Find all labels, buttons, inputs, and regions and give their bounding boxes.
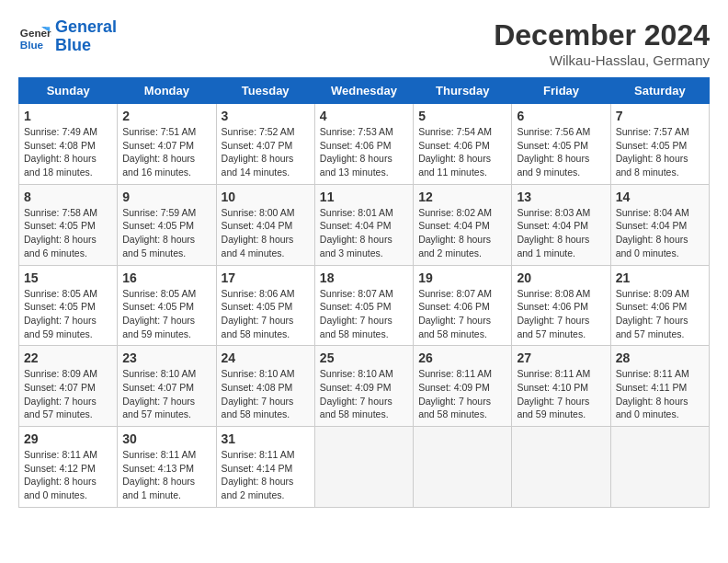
day-number: 11 — [320, 190, 408, 204]
day-cell: 9Sunrise: 7:59 AMSunset: 4:05 PMDaylight… — [118, 184, 216, 265]
day-detail: Sunrise: 7:52 AMSunset: 4:07 PMDaylight:… — [222, 125, 310, 179]
day-cell: 8Sunrise: 7:58 AMSunset: 4:05 PMDaylight… — [19, 184, 118, 265]
day-number: 25 — [320, 350, 408, 365]
day-detail: Sunrise: 8:09 AMSunset: 4:06 PMDaylight:… — [616, 287, 704, 341]
day-number: 12 — [418, 190, 506, 204]
day-detail: Sunrise: 8:02 AMSunset: 4:04 PMDaylight:… — [418, 206, 506, 260]
day-detail: Sunrise: 8:10 AMSunset: 4:07 PMDaylight:… — [122, 367, 210, 421]
day-cell: 27Sunrise: 8:11 AMSunset: 4:10 PMDayligh… — [512, 346, 610, 427]
day-number: 5 — [418, 109, 506, 123]
day-cell: 30Sunrise: 8:11 AMSunset: 4:13 PMDayligh… — [118, 427, 216, 508]
day-cell: 20Sunrise: 8:08 AMSunset: 4:06 PMDayligh… — [512, 265, 610, 346]
day-detail: Sunrise: 7:57 AMSunset: 4:05 PMDaylight:… — [616, 125, 704, 179]
col-header-tuesday: Tuesday — [216, 78, 314, 104]
week-row-3: 15Sunrise: 8:05 AMSunset: 4:05 PMDayligh… — [19, 265, 710, 346]
logo-icon: General Blue — [18, 20, 51, 53]
day-detail: Sunrise: 8:05 AMSunset: 4:05 PMDaylight:… — [24, 287, 112, 341]
day-number: 7 — [616, 109, 704, 123]
day-cell: 25Sunrise: 8:10 AMSunset: 4:09 PMDayligh… — [314, 346, 413, 427]
day-cell — [314, 427, 413, 508]
day-number: 26 — [418, 350, 506, 365]
col-header-monday: Monday — [118, 78, 216, 104]
day-detail: Sunrise: 8:11 AMSunset: 4:10 PMDaylight:… — [517, 367, 605, 421]
day-number: 9 — [122, 190, 210, 204]
day-cell — [512, 427, 610, 508]
day-cell: 29Sunrise: 8:11 AMSunset: 4:12 PMDayligh… — [19, 427, 118, 508]
title-block: December 2024 Wilkau-Hasslau, Germany — [494, 18, 710, 68]
day-number: 19 — [418, 270, 506, 285]
day-detail: Sunrise: 8:09 AMSunset: 4:07 PMDaylight:… — [24, 367, 112, 421]
day-detail: Sunrise: 7:56 AMSunset: 4:05 PMDaylight:… — [517, 125, 605, 179]
logo: General Blue General Blue — [18, 18, 117, 55]
day-cell: 3Sunrise: 7:52 AMSunset: 4:07 PMDaylight… — [216, 104, 314, 185]
day-cell — [610, 427, 709, 508]
day-cell: 19Sunrise: 8:07 AMSunset: 4:06 PMDayligh… — [414, 265, 512, 346]
day-cell: 2Sunrise: 7:51 AMSunset: 4:07 PMDaylight… — [118, 104, 216, 185]
day-cell: 18Sunrise: 8:07 AMSunset: 4:05 PMDayligh… — [314, 265, 413, 346]
day-cell: 26Sunrise: 8:11 AMSunset: 4:09 PMDayligh… — [414, 346, 512, 427]
day-detail: Sunrise: 8:10 AMSunset: 4:08 PMDaylight:… — [222, 367, 310, 421]
logo-wordmark: General Blue — [55, 18, 117, 55]
day-cell: 4Sunrise: 7:53 AMSunset: 4:06 PMDaylight… — [314, 104, 413, 185]
week-row-5: 29Sunrise: 8:11 AMSunset: 4:12 PMDayligh… — [19, 427, 710, 508]
header-row: SundayMondayTuesdayWednesdayThursdayFrid… — [19, 78, 710, 104]
day-detail: Sunrise: 7:58 AMSunset: 4:05 PMDaylight:… — [24, 206, 112, 260]
day-number: 8 — [24, 190, 112, 204]
day-detail: Sunrise: 8:11 AMSunset: 4:13 PMDaylight:… — [122, 448, 210, 502]
day-number: 22 — [24, 350, 112, 365]
day-number: 31 — [222, 431, 310, 446]
day-number: 13 — [517, 190, 605, 204]
day-detail: Sunrise: 7:53 AMSunset: 4:06 PMDaylight:… — [320, 125, 408, 179]
svg-text:Blue: Blue — [20, 38, 44, 50]
day-cell: 21Sunrise: 8:09 AMSunset: 4:06 PMDayligh… — [610, 265, 709, 346]
col-header-friday: Friday — [512, 78, 610, 104]
day-cell: 16Sunrise: 8:05 AMSunset: 4:05 PMDayligh… — [118, 265, 216, 346]
calendar-header: SundayMondayTuesdayWednesdayThursdayFrid… — [19, 78, 710, 104]
day-cell: 7Sunrise: 7:57 AMSunset: 4:05 PMDaylight… — [610, 104, 709, 185]
day-number: 4 — [320, 109, 408, 123]
col-header-thursday: Thursday — [414, 78, 512, 104]
day-number: 23 — [122, 350, 210, 365]
week-row-1: 1Sunrise: 7:49 AMSunset: 4:08 PMDaylight… — [19, 104, 710, 185]
day-detail: Sunrise: 8:10 AMSunset: 4:09 PMDaylight:… — [320, 367, 408, 421]
day-number: 16 — [122, 270, 210, 285]
logo-blue: Blue — [55, 36, 91, 54]
calendar-body: 1Sunrise: 7:49 AMSunset: 4:08 PMDaylight… — [19, 104, 710, 508]
col-header-sunday: Sunday — [19, 78, 118, 104]
day-cell: 15Sunrise: 8:05 AMSunset: 4:05 PMDayligh… — [19, 265, 118, 346]
day-cell: 1Sunrise: 7:49 AMSunset: 4:08 PMDaylight… — [19, 104, 118, 185]
day-number: 29 — [24, 431, 112, 446]
day-number: 6 — [517, 109, 605, 123]
day-detail: Sunrise: 8:03 AMSunset: 4:04 PMDaylight:… — [517, 206, 605, 260]
day-number: 28 — [616, 350, 704, 365]
day-cell: 10Sunrise: 8:00 AMSunset: 4:04 PMDayligh… — [216, 184, 314, 265]
day-detail: Sunrise: 7:49 AMSunset: 4:08 PMDaylight:… — [24, 125, 112, 179]
day-cell: 22Sunrise: 8:09 AMSunset: 4:07 PMDayligh… — [19, 346, 118, 427]
day-number: 15 — [24, 270, 112, 285]
day-number: 18 — [320, 270, 408, 285]
day-cell: 17Sunrise: 8:06 AMSunset: 4:05 PMDayligh… — [216, 265, 314, 346]
day-cell: 14Sunrise: 8:04 AMSunset: 4:04 PMDayligh… — [610, 184, 709, 265]
day-detail: Sunrise: 8:01 AMSunset: 4:04 PMDaylight:… — [320, 206, 408, 260]
day-cell: 11Sunrise: 8:01 AMSunset: 4:04 PMDayligh… — [314, 184, 413, 265]
calendar-table: SundayMondayTuesdayWednesdayThursdayFrid… — [18, 77, 710, 508]
day-detail: Sunrise: 8:11 AMSunset: 4:12 PMDaylight:… — [24, 448, 112, 502]
month-title: December 2024 — [494, 18, 710, 52]
day-number: 27 — [517, 350, 605, 365]
day-number: 17 — [222, 270, 310, 285]
day-cell: 23Sunrise: 8:10 AMSunset: 4:07 PMDayligh… — [118, 346, 216, 427]
location-subtitle: Wilkau-Hasslau, Germany — [494, 52, 710, 68]
day-cell: 5Sunrise: 7:54 AMSunset: 4:06 PMDaylight… — [414, 104, 512, 185]
day-number: 2 — [122, 109, 210, 123]
day-detail: Sunrise: 7:54 AMSunset: 4:06 PMDaylight:… — [418, 125, 506, 179]
day-cell — [414, 427, 512, 508]
day-detail: Sunrise: 7:51 AMSunset: 4:07 PMDaylight:… — [122, 125, 210, 179]
day-detail: Sunrise: 8:07 AMSunset: 4:06 PMDaylight:… — [418, 287, 506, 341]
day-detail: Sunrise: 8:08 AMSunset: 4:06 PMDaylight:… — [517, 287, 605, 341]
day-number: 30 — [122, 431, 210, 446]
day-cell: 13Sunrise: 8:03 AMSunset: 4:04 PMDayligh… — [512, 184, 610, 265]
day-detail: Sunrise: 8:00 AMSunset: 4:04 PMDaylight:… — [222, 206, 310, 260]
day-detail: Sunrise: 8:11 AMSunset: 4:09 PMDaylight:… — [418, 367, 506, 421]
day-cell: 24Sunrise: 8:10 AMSunset: 4:08 PMDayligh… — [216, 346, 314, 427]
day-detail: Sunrise: 8:11 AMSunset: 4:14 PMDaylight:… — [222, 448, 310, 502]
